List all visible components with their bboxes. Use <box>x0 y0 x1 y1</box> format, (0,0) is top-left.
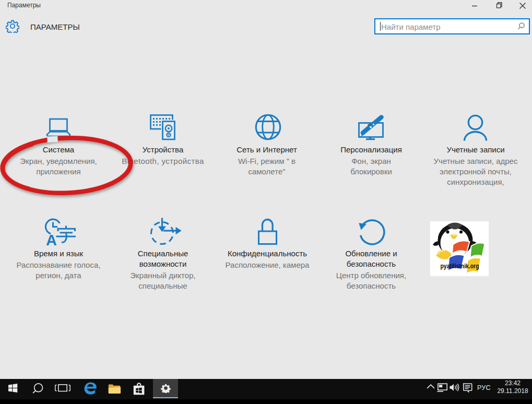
svg-text:pyatilistnik.org: pyatilistnik.org <box>441 262 479 270</box>
svg-text:A: A <box>46 232 57 246</box>
